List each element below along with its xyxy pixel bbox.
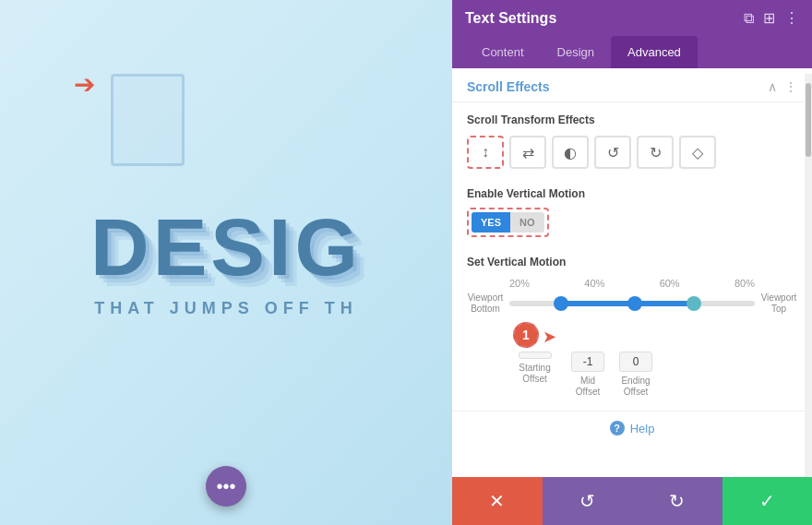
more-options-icon[interactable]: ⋮	[784, 9, 799, 27]
percentage-row: 20% 40% 60% 80%	[467, 278, 797, 292]
blur-btn[interactable]: ↺	[594, 136, 631, 169]
scroll-transform-subsection: Scroll Transform Effects ↕ ⇄ ◐ ↺ ↻ ◇	[452, 102, 812, 180]
slider-thumb-end[interactable]	[687, 296, 701, 311]
canvas-sub-text: THAT JUMPS OFF TH	[94, 299, 358, 318]
redo-button[interactable]: ↻	[632, 477, 722, 525]
starting-offset-col: 1 ➤ StartingOffset	[513, 322, 556, 385]
pct-60: 60%	[660, 278, 680, 289]
help-icon: ?	[610, 421, 625, 436]
panel-header: Text Settings ⧉ ⊞ ⋮	[452, 0, 812, 36]
slider-thumb-mid[interactable]	[627, 296, 642, 311]
effect-icons-row: ↕ ⇄ ◐ ↺ ↻ ◇	[467, 136, 797, 169]
fade-btn[interactable]: ◐	[552, 136, 589, 169]
toggle-yes[interactable]: YES	[472, 212, 510, 233]
panel-scrollbar[interactable]	[805, 74, 812, 477]
scale-btn[interactable]: ◇	[679, 136, 716, 169]
tab-design[interactable]: Design	[541, 36, 611, 68]
section-more-icon[interactable]: ⋮	[784, 79, 797, 94]
pct-40: 40%	[584, 278, 604, 289]
scroll-transform-label: Scroll Transform Effects	[467, 113, 797, 126]
panel-title: Text Settings	[465, 10, 556, 27]
action-bar: ✕ ↺ ↻ ✓	[452, 477, 812, 525]
canvas-area: ➔ DESIG THAT JUMPS OFF TH •••	[0, 0, 452, 525]
tab-content[interactable]: Content	[465, 36, 541, 68]
help-bar[interactable]: ? Help	[452, 411, 812, 445]
viewport-top-label: ViewportTop	[760, 292, 797, 315]
starting-offset-badge: 1	[513, 322, 539, 348]
canvas-main-text: DESIG	[90, 207, 362, 288]
slider-fill	[558, 301, 693, 306]
help-label: Help	[630, 422, 655, 436]
vertical-motion-btn[interactable]: ↕	[467, 136, 504, 169]
offsets-row: 1 ➤ StartingOffset -1 MidOffset 0 Endi	[467, 322, 797, 398]
copy-icon[interactable]: ⧉	[744, 10, 754, 27]
starting-offset-value[interactable]	[519, 352, 552, 359]
enable-vertical-motion-label: Enable Vertical Motion	[467, 187, 797, 200]
columns-icon[interactable]: ⊞	[763, 9, 775, 27]
scroll-effects-title: Scroll Effects	[467, 79, 549, 94]
toggle-switch[interactable]: YES NO	[472, 212, 544, 233]
scrollbar-thumb[interactable]	[806, 83, 811, 157]
set-vertical-motion-section: Set Vertical Motion 20% 40% 60% 80% View…	[452, 248, 812, 411]
cancel-button[interactable]: ✕	[452, 477, 543, 525]
mid-offset-col: -1 MidOffset	[571, 322, 604, 398]
section-header-icons: ∧ ⋮	[768, 79, 797, 94]
starting-offset-label: StartingOffset	[519, 363, 550, 385]
settings-panel: Text Settings ⧉ ⊞ ⋮ Content Design Advan…	[452, 0, 812, 525]
ghost-letter	[111, 74, 185, 166]
pct-80: 80%	[734, 278, 755, 289]
arrow-right-icon: ➤	[543, 327, 556, 347]
ending-offset-value[interactable]: 0	[619, 352, 652, 372]
panel-body: Scroll Effects ∧ ⋮ Scroll Transform Effe…	[452, 68, 812, 477]
toggle-no[interactable]: NO	[510, 212, 544, 233]
pct-20: 20%	[509, 278, 530, 289]
tab-advanced[interactable]: Advanced	[611, 36, 698, 68]
horizontal-motion-btn[interactable]: ⇄	[509, 136, 546, 169]
ending-offset-col: 0 EndingOffset	[619, 322, 652, 398]
rotate-btn[interactable]: ↻	[637, 136, 674, 169]
slider-thumb-start[interactable]	[554, 296, 568, 311]
slider-track[interactable]	[509, 301, 755, 306]
reset-button[interactable]: ↺	[543, 477, 633, 525]
viewport-bottom-label: ViewportBottom	[467, 292, 504, 315]
set-vertical-motion-label: Set Vertical Motion	[467, 256, 797, 268]
enable-vertical-motion-row: Enable Vertical Motion YES NO	[452, 180, 812, 248]
confirm-button[interactable]: ✓	[722, 477, 813, 525]
toggle-wrapper[interactable]: YES NO	[467, 208, 549, 237]
collapse-icon[interactable]: ∧	[768, 79, 777, 94]
fab-button[interactable]: •••	[206, 466, 246, 507]
scroll-effects-header: Scroll Effects ∧ ⋮	[452, 68, 812, 102]
slider-track-container: ViewportBottom ViewportTop	[467, 292, 797, 315]
header-icons-group: ⧉ ⊞ ⋮	[744, 9, 799, 27]
mid-offset-value[interactable]: -1	[571, 352, 604, 372]
ending-offset-label: EndingOffset	[621, 376, 650, 398]
arrow-indicator: ➔	[74, 69, 95, 100]
mid-offset-label: MidOffset	[576, 376, 601, 398]
tabs-row: Content Design Advanced	[452, 36, 812, 68]
